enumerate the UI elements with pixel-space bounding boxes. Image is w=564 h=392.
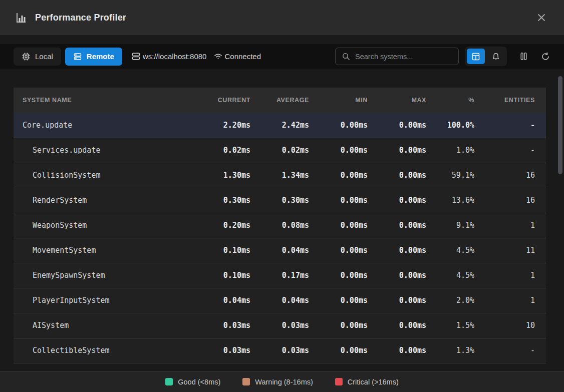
table-view-icon [471, 52, 480, 61]
remote-button[interactable]: Remote [65, 48, 122, 66]
legend-swatch [165, 378, 173, 385]
search-icon [342, 52, 350, 61]
page-title: Performance Profiler [35, 13, 126, 23]
pause-icon [519, 52, 528, 61]
table-view-button[interactable] [467, 49, 485, 64]
refresh-icon [540, 52, 550, 62]
alerts-button[interactable] [487, 49, 505, 64]
titlebar: Performance Profiler [0, 0, 564, 35]
table-row[interactable]: CollisionSystem 1.30ms 1.34ms 0.00ms 0.0… [14, 163, 546, 188]
table-header-row: SYSTEM NAME CURRENT AVERAGE MIN MAX % EN… [14, 88, 546, 113]
legend-swatch [335, 378, 343, 385]
vertical-scrollbar-thumb[interactable] [558, 76, 562, 174]
refresh-button[interactable] [540, 52, 550, 62]
toolbar: Local Remote ws://localhost:8080 [0, 44, 564, 69]
remote-button-label: Remote [87, 52, 114, 61]
close-button[interactable] [534, 10, 549, 25]
cpu-icon [22, 52, 31, 61]
wifi-icon [213, 52, 223, 61]
table-row[interactable]: MovementSystem 0.10ms 0.04ms 0.00ms 0.00… [14, 238, 546, 263]
bar-chart-icon [15, 12, 27, 24]
status-legend: Good (<8ms) Warning (8-16ms) Critical (>… [0, 371, 564, 392]
table-row[interactable]: CollectibleSystem 0.03ms 0.03ms 0.00ms 0… [14, 338, 546, 363]
column-header-max[interactable]: MAX [379, 88, 437, 113]
column-header-entities[interactable]: ENTITIES [485, 88, 546, 113]
endpoint-label: ws://localhost:8080 [131, 52, 207, 61]
table-row[interactable]: Core.update 2.20ms 2.42ms 0.00ms 0.00ms … [14, 113, 546, 138]
server-icon [73, 52, 82, 61]
systems-table: SYSTEM NAME CURRENT AVERAGE MIN MAX % EN… [14, 88, 546, 363]
legend-swatch [242, 378, 250, 385]
table-row[interactable]: PlayerInputSystem 0.04ms 0.04ms 0.00ms 0… [14, 288, 546, 313]
table-row[interactable]: RenderSystem 0.30ms 0.30ms 0.00ms 0.00ms… [14, 188, 546, 213]
table-row[interactable]: EnemySpawnSystem 0.10ms 0.17ms 0.00ms 0.… [14, 263, 546, 288]
column-header-percent[interactable]: % [437, 88, 485, 113]
search-box [335, 48, 459, 65]
table-row[interactable]: Services.update 0.02ms 0.02ms 0.00ms 0.0… [14, 138, 546, 163]
pause-button[interactable] [519, 52, 528, 61]
column-header-average[interactable]: AVERAGE [261, 88, 320, 113]
table-row[interactable]: AISystem 0.03ms 0.03ms 0.00ms 0.00ms 1.5… [14, 313, 546, 338]
search-input[interactable] [355, 53, 452, 61]
local-button[interactable]: Local [14, 48, 61, 66]
connection-status: Connected [213, 52, 261, 61]
table-row[interactable]: WeaponSystem 0.20ms 0.08ms 0.00ms 0.00ms… [14, 213, 546, 238]
legend-item: Warning (8-16ms) [242, 378, 313, 386]
close-icon [536, 12, 547, 23]
column-header-current[interactable]: CURRENT [203, 88, 261, 113]
server-icon [131, 52, 141, 61]
column-header-system-name[interactable]: SYSTEM NAME [14, 88, 203, 113]
legend-label: Good (<8ms) [178, 378, 220, 386]
legend-item: Good (<8ms) [165, 378, 220, 386]
legend-label: Warning (8-16ms) [255, 378, 313, 386]
bell-icon [491, 52, 500, 61]
legend-label: Critical (>16ms) [348, 378, 399, 386]
view-toggle-group [465, 47, 507, 66]
column-header-min[interactable]: MIN [320, 88, 379, 113]
local-button-label: Local [35, 52, 53, 61]
legend-item: Critical (>16ms) [335, 378, 399, 386]
